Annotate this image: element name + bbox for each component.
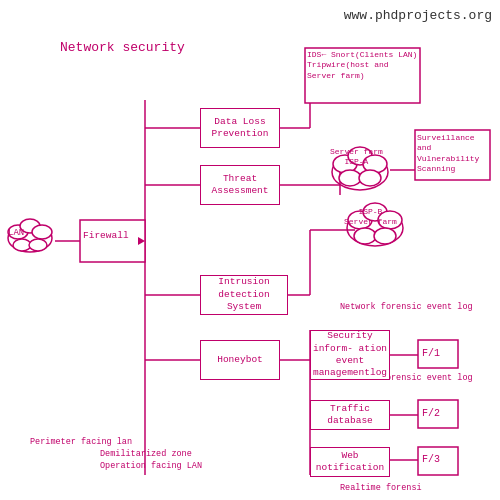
diagram-container: www.phdprojects.org Network security bbox=[0, 0, 500, 500]
isp-b-label: ISP-B Server farm bbox=[344, 207, 397, 228]
traffic-database-box: Traffic database bbox=[310, 400, 390, 430]
web-notification-box: Web notification bbox=[310, 447, 390, 477]
svg-point-25 bbox=[29, 239, 47, 251]
realtime-label: Realtime forensi bbox=[340, 483, 422, 494]
diagram-svg bbox=[0, 0, 500, 500]
title: Network security bbox=[60, 40, 185, 57]
f1-label: F/1 bbox=[422, 347, 440, 360]
threat-assessment-box: Threat Assessment bbox=[200, 165, 280, 205]
perimeter-label: Perimeter facing lan bbox=[30, 437, 132, 448]
network-forensic1-label: Network forensic event log bbox=[340, 302, 473, 313]
server-farm-a-label: Server farm ISP-A bbox=[330, 147, 383, 168]
svg-point-37 bbox=[354, 228, 376, 244]
data-loss-box: Data Loss Prevention bbox=[200, 108, 280, 148]
surveillance-label: Surveillance and Vulnerability Scanning bbox=[417, 133, 490, 175]
svg-point-32 bbox=[359, 170, 381, 186]
honeybot-box: Honeybot bbox=[200, 340, 280, 380]
svg-point-31 bbox=[339, 170, 361, 186]
svg-point-24 bbox=[13, 239, 31, 251]
f3-label: F/3 bbox=[422, 453, 440, 466]
svg-point-38 bbox=[374, 228, 396, 244]
intrusion-detection-box: Intrusion detection System bbox=[200, 275, 288, 315]
ids-label: IDS← Snort(Clients LAN) Tripwire(host an… bbox=[307, 50, 419, 81]
lan-label: LAN bbox=[8, 228, 24, 240]
demilitarized-label: Demilitarized zone bbox=[100, 449, 192, 460]
svg-point-23 bbox=[32, 225, 52, 239]
svg-marker-44 bbox=[138, 237, 145, 245]
watermark: www.phdprojects.org bbox=[344, 8, 492, 23]
operation-label: Operation facing LAN bbox=[100, 461, 202, 472]
f2-label: F/2 bbox=[422, 407, 440, 420]
security-info-box: Security inform- ation event managementl… bbox=[310, 330, 390, 380]
firewall-label: Firewall bbox=[83, 230, 129, 242]
